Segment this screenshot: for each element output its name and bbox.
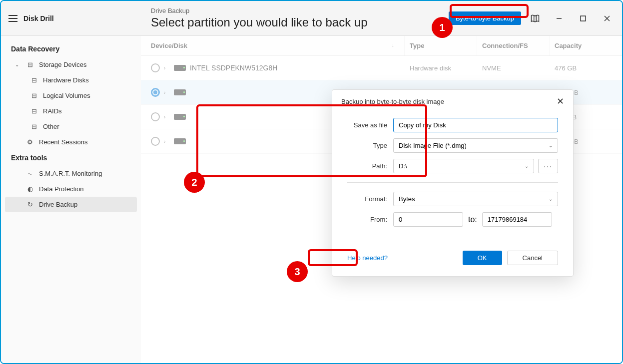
book-icon[interactable] [525, 8, 545, 28]
sidebar-item-raids[interactable]: ⊟ RAIDs [5, 103, 137, 119]
sidebar-item-label: Other [43, 123, 59, 130]
gear-icon: ⚙ [26, 138, 34, 146]
section-data-recovery: Data Recovery [5, 41, 137, 57]
page-title: Select partition you would like to back … [151, 15, 449, 29]
path-select[interactable]: D:\ ⌄ [393, 159, 534, 173]
to-label: to: [468, 215, 477, 224]
sidebar-item-label: Data Protection [39, 185, 84, 193]
from-label: From: [347, 216, 387, 223]
sidebar-item-label: Drive Backup [39, 201, 77, 208]
format-label: Format: [347, 195, 387, 203]
drive-icon: ⊟ [30, 123, 38, 130]
svg-rect-1 [581, 16, 586, 21]
path-label: Path: [347, 162, 387, 170]
save-as-input[interactable] [393, 118, 558, 132]
close-icon[interactable]: ✕ [557, 96, 564, 107]
chevron-down-icon: ⌄ [15, 62, 21, 67]
sidebar-item-label: Logical Volumes [43, 92, 90, 99]
to-input[interactable] [482, 212, 552, 227]
help-link[interactable]: Help needed? [347, 254, 388, 262]
sidebar-item-label: Recent Sessions [39, 138, 88, 146]
content-area: Device/Disk ↓ Type Connection/FS Capacit… [141, 36, 622, 363]
sidebar-item-label: S.M.A.R.T. Monitoring [39, 170, 102, 177]
sidebar-item-hardware-disks[interactable]: ⊟ Hardware Disks [5, 72, 137, 88]
cancel-button[interactable]: Cancel [507, 251, 558, 265]
drive-icon: ⊟ [30, 107, 38, 115]
type-label: Type [347, 142, 387, 149]
chevron-down-icon: ⌄ [549, 196, 553, 202]
sidebar: Data Recovery ⌄ ⊟ Storage Devices ⊟ Hard… [1, 36, 141, 363]
drive-icon: ⊟ [30, 92, 38, 99]
modal-title: Backup into byte-to-byte disk image [341, 98, 444, 105]
sidebar-item-label: Hardware Disks [43, 76, 89, 84]
drive-icon: ⊟ [26, 61, 34, 68]
minimize-button[interactable] [549, 8, 569, 28]
sidebar-item-label: Storage Devices [39, 61, 86, 68]
save-as-label: Save as file [347, 121, 387, 129]
ok-button[interactable]: OK [463, 251, 502, 265]
type-select[interactable]: Disk Image File (*.dmg) ⌄ [393, 138, 558, 153]
sidebar-item-logical-volumes[interactable]: ⊟ Logical Volumes [5, 88, 137, 103]
sidebar-item-smart[interactable]: ⏦ S.M.A.R.T. Monitoring [5, 166, 137, 181]
maximize-button[interactable] [573, 8, 593, 28]
sidebar-item-recent-sessions[interactable]: ⚙ Recent Sessions [5, 134, 137, 150]
chevron-down-icon: ⌄ [525, 163, 529, 169]
sidebar-item-data-protection[interactable]: ◐ Data Protection [5, 181, 137, 197]
sidebar-item-label: RAIDs [43, 107, 62, 115]
breadcrumb: Drive Backup [151, 7, 449, 14]
byte-to-byte-backup-button[interactable]: Byte-to-byte Backup [449, 11, 521, 25]
drive-icon: ⊟ [30, 76, 38, 84]
close-button[interactable] [597, 8, 617, 28]
format-select[interactable]: Bytes ⌄ [393, 192, 558, 206]
from-input[interactable] [393, 212, 463, 227]
backup-modal: Backup into byte-to-byte disk image ✕ Sa… [332, 89, 574, 277]
browse-button[interactable]: ··· [538, 159, 558, 173]
divider [347, 182, 558, 183]
sidebar-item-drive-backup[interactable]: ↻ Drive Backup [5, 197, 137, 212]
chevron-down-icon: ⌄ [549, 143, 553, 148]
app-title: Disk Drill [23, 14, 54, 22]
chart-icon: ⏦ [26, 170, 34, 177]
sidebar-item-other[interactable]: ⊟ Other [5, 119, 137, 134]
shield-icon: ◐ [26, 185, 34, 193]
history-icon: ↻ [26, 201, 34, 208]
titlebar: Disk Drill Drive Backup Select partition… [1, 1, 622, 36]
hamburger-menu-icon[interactable] [8, 15, 17, 22]
sidebar-item-storage-devices[interactable]: ⌄ ⊟ Storage Devices [5, 57, 137, 72]
section-extra-tools: Extra tools [5, 150, 137, 166]
